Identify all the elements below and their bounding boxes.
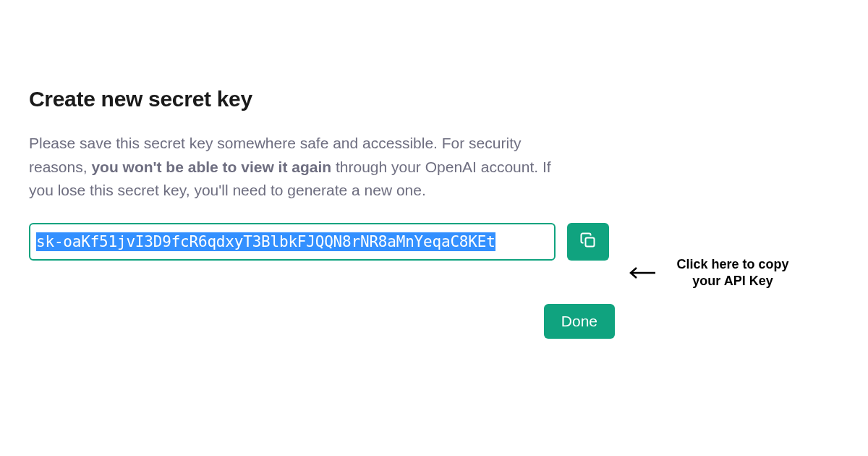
arrow-left-icon [628, 266, 657, 280]
svg-rect-0 [586, 238, 595, 247]
modal-footer: Done [29, 304, 615, 339]
modal-description: Please save this secret key somewhere sa… [29, 132, 579, 203]
secret-key-value: sk-oaKf51jvI3D9fcR6qdxyT3BlbkFJQQN8rNR8a… [36, 232, 495, 251]
create-secret-key-modal: Create new secret key Please save this s… [29, 87, 615, 339]
secret-key-row: sk-oaKf51jvI3D9fcR6qdxyT3BlbkFJQQN8rNR8a… [29, 223, 615, 261]
copy-button[interactable] [567, 223, 609, 261]
done-button[interactable]: Done [544, 304, 615, 339]
copy-annotation: Click here to copy your API Key [628, 256, 801, 290]
description-bold: you won't be able to view it again [91, 159, 331, 175]
copy-icon [579, 232, 597, 251]
secret-key-input[interactable]: sk-oaKf51jvI3D9fcR6qdxyT3BlbkFJQQN8rNR8a… [29, 223, 556, 261]
annotation-text: Click here to copy your API Key [664, 256, 801, 290]
modal-title: Create new secret key [29, 87, 615, 111]
